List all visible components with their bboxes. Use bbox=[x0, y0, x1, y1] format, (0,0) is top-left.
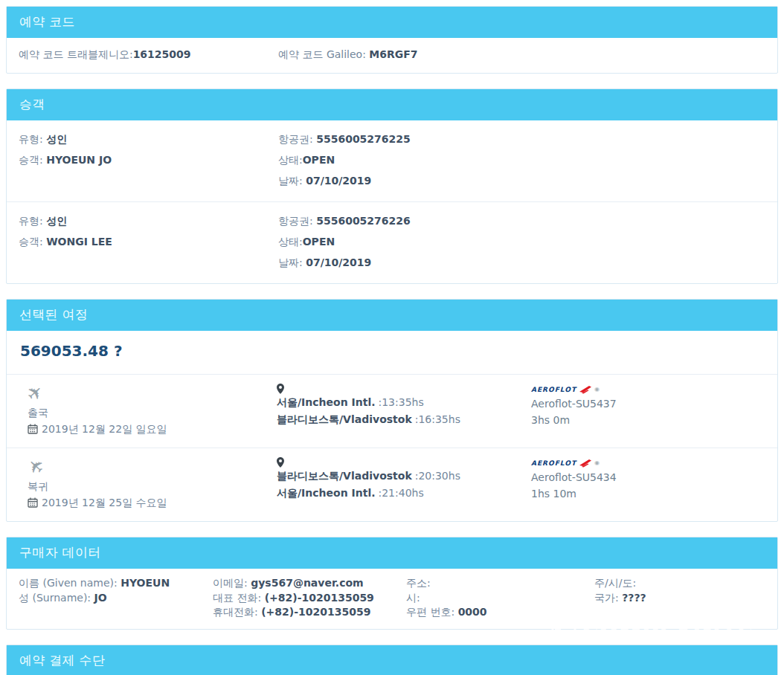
passenger-status: 상태:OPEN bbox=[278, 149, 765, 170]
section-title-itinerary: 선택된 여정 bbox=[7, 300, 777, 331]
buyer-phone: 대표 전화: (+82)-1020135059 bbox=[213, 591, 406, 606]
section-itinerary: 선택된 여정 569053.48 ? ✈ 출국 2019년 12월 22 bbox=[6, 299, 778, 522]
galileo-code-value: M6RGF7 bbox=[369, 48, 417, 60]
section-title-reservation-code: 예약 코드 bbox=[7, 7, 777, 38]
leg-middle-col: 블라디보스톡/Vladivostok:20:30hs 서울/Incheon In… bbox=[277, 457, 531, 511]
itinerary-price: 569053.48 ? bbox=[7, 331, 777, 374]
buyer-col-contact: 이메일: gys567@naver.com 대표 전화: (+82)-10201… bbox=[213, 576, 406, 620]
leg-left-col: ✈ 출국 2019년 12월 22일 일요일 bbox=[19, 384, 277, 437]
leg-middle-col: 서울/Incheon Intl.:13:35hs 블라디보스톡/Vladivos… bbox=[277, 384, 531, 437]
galileo-code-label: 예약 코드 Galileo: bbox=[278, 48, 369, 60]
buyer-country: 국가: ???? bbox=[594, 591, 765, 606]
leg-date-row: 2019년 12월 25일 수요일 bbox=[28, 494, 277, 511]
section-title-buyer-data: 구매자 데이터 bbox=[7, 537, 777, 569]
buyer-content: 이름 (Given name): HYOEUN 성 (Surname): JO … bbox=[7, 569, 777, 629]
reservation-code-content: 예약 코드 트래블제니오:16125009 예약 코드 Galileo: M6R… bbox=[7, 38, 777, 73]
aeroflot-logo: AEROFLOT ◉ bbox=[531, 457, 765, 469]
aeroflot-wing-icon bbox=[579, 459, 592, 468]
passenger-name: 승객: HYOEUN JO bbox=[19, 149, 278, 170]
section-reservation-code: 예약 코드 예약 코드 트래블제니오:16125009 예약 코드 Galile… bbox=[6, 6, 778, 74]
pin-row bbox=[277, 457, 531, 468]
pin-row bbox=[277, 384, 531, 394]
stop-line: 서울/Incheon Intl.:21:40hs bbox=[277, 485, 531, 502]
leg-right-col: AEROFLOT ◉ Aeroflot-SU5434 1hs 10m bbox=[531, 457, 765, 511]
passenger-ticket: 항공권: 5556005276225 bbox=[278, 129, 765, 149]
section-passengers: 승객 유형: 성인 승객: HYOEUN JO 항공권: 55560052762… bbox=[6, 88, 778, 284]
buyer-email: 이메일: gys567@naver.com bbox=[213, 576, 406, 591]
leg-flight: Aeroflot-SU5437 bbox=[531, 395, 765, 412]
leg-direction: 복귀 bbox=[28, 479, 277, 494]
passenger-right-col: 항공권: 5556005276226 상태:OPEN 날짜: 07/10/201… bbox=[278, 210, 765, 273]
section-buyer-data: 구매자 데이터 이름 (Given name): HYOEUN 성 (Surna… bbox=[6, 537, 778, 630]
stop-line: 서울/Incheon Intl.:13:35hs bbox=[277, 394, 531, 411]
buyer-address: 주소: bbox=[406, 576, 594, 591]
aeroflot-logo: AEROFLOT ◉ bbox=[531, 384, 765, 395]
passenger-name: 승객: WONGI LEE bbox=[19, 231, 278, 252]
leg-right-col: AEROFLOT ◉ Aeroflot-SU5437 3hs 0m bbox=[531, 384, 765, 437]
map-pin-icon bbox=[277, 384, 284, 394]
aeroflot-wing-icon bbox=[579, 386, 592, 394]
passenger-type: 유형: 성인 bbox=[19, 210, 278, 231]
stop-line: 블라디보스톡/Vladivostok:16:35hs bbox=[277, 411, 531, 428]
travelgenio-code-value: 16125009 bbox=[133, 48, 191, 60]
passenger-row: 유형: 성인 승객: WONGI LEE 항공권: 5556005276226 … bbox=[7, 202, 777, 283]
leg-duration: 3hs 0m bbox=[531, 412, 765, 428]
map-pin-icon bbox=[277, 457, 284, 468]
buyer-given-name: 이름 (Given name): HYOEUN bbox=[19, 576, 213, 591]
leg-date: 2019년 12월 25일 수요일 bbox=[42, 494, 167, 511]
passenger-right-col: 항공권: 5556005276225 상태:OPEN 날짜: 07/10/201… bbox=[278, 129, 765, 191]
leg-flight: Aeroflot-SU5434 bbox=[531, 469, 765, 485]
passenger-status: 상태:OPEN bbox=[278, 231, 765, 252]
leg-date: 2019년 12월 22일 일요일 bbox=[42, 421, 167, 437]
buyer-col-name: 이름 (Given name): HYOEUN 성 (Surname): JO bbox=[19, 576, 213, 620]
leg-direction: 출국 bbox=[28, 405, 277, 421]
calendar-icon bbox=[28, 497, 38, 508]
galileo-code: 예약 코드 Galileo: M6RGF7 bbox=[278, 46, 765, 62]
passenger-left-col: 유형: 성인 승객: HYOEUN JO bbox=[19, 129, 278, 191]
buyer-surname: 성 (Surname): JO bbox=[19, 591, 213, 606]
calendar-icon bbox=[28, 424, 38, 434]
buyer-zip: 우편 번호: 0000 bbox=[406, 605, 594, 620]
itinerary-leg-return: ✈ 복귀 2019년 12월 25일 수요일 bbox=[7, 448, 777, 521]
page: 예약 코드 예약 코드 트래블제니오:16125009 예약 코드 Galile… bbox=[0, 0, 784, 675]
section-title-passengers: 승객 bbox=[7, 89, 777, 120]
buyer-state: 주/시/도: bbox=[594, 576, 765, 591]
passenger-row: 유형: 성인 승객: HYOEUN JO 항공권: 5556005276225 … bbox=[7, 120, 777, 201]
section-title-payment-method: 예약 결제 수단 bbox=[7, 645, 777, 675]
section-payment-method: 예약 결제 수단 카드: Master Card Crédito 이름 (Giv… bbox=[6, 645, 778, 675]
return-plane-icon: ✈ bbox=[23, 454, 48, 479]
buyer-col-address: 주소: 시: 우편 번호: 0000 bbox=[406, 576, 594, 620]
passenger-date: 날짜: 07/10/2019 bbox=[278, 170, 765, 191]
passenger-ticket: 항공권: 5556005276226 bbox=[278, 210, 765, 231]
leg-duration: 1hs 10m bbox=[531, 485, 765, 502]
leg-date-row: 2019년 12월 22일 일요일 bbox=[28, 421, 277, 437]
buyer-mobile: 휴대전화: (+82)-1020135059 bbox=[213, 605, 406, 620]
travelgenio-code-label: 예약 코드 트래블제니오: bbox=[19, 48, 133, 60]
departure-plane-icon: ✈ bbox=[23, 381, 48, 405]
leg-left-col: ✈ 복귀 2019년 12월 25일 수요일 bbox=[19, 457, 277, 511]
passenger-type: 유형: 성인 bbox=[19, 129, 278, 149]
stop-line: 블라디보스톡/Vladivostok:20:30hs bbox=[277, 468, 531, 485]
buyer-city: 시: bbox=[406, 591, 594, 606]
passenger-date: 날짜: 07/10/2019 bbox=[278, 252, 765, 273]
travelgenio-code: 예약 코드 트래블제니오:16125009 bbox=[19, 46, 278, 62]
itinerary-leg-outbound: ✈ 출국 2019년 12월 22일 일요일 bbox=[7, 375, 777, 448]
buyer-col-region: 주/시/도: 국가: ???? bbox=[594, 576, 765, 620]
passenger-left-col: 유형: 성인 승객: WONGI LEE bbox=[19, 210, 278, 273]
